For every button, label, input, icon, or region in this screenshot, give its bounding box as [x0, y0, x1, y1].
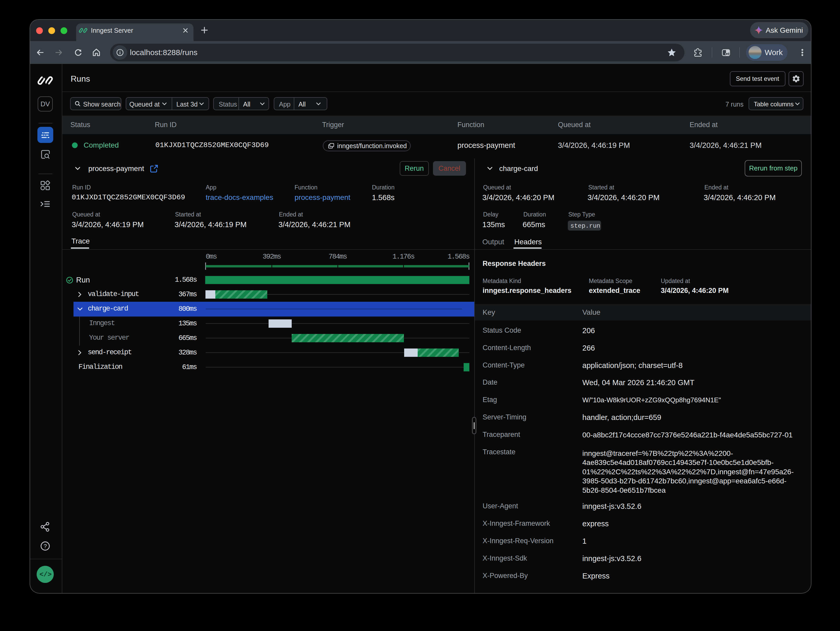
- svg-text:?: ?: [44, 543, 47, 549]
